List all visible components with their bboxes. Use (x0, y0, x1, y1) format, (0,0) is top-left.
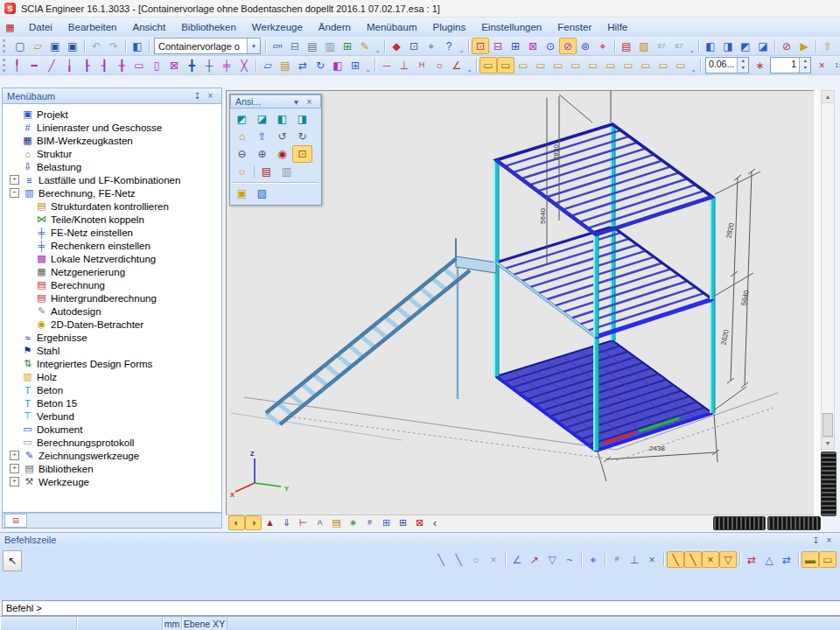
spinner-arrows[interactable]: ▴▾ (737, 58, 748, 73)
show-system-lines-icon[interactable]: ⊞ (507, 38, 524, 54)
show-nodes-icon[interactable]: ⊡ (472, 38, 489, 54)
menu-datei[interactable]: Datei (21, 19, 60, 35)
show-numbering-strip-icon[interactable]: # (361, 515, 378, 530)
sidebar-item-holz[interactable]: ▥Holz (3, 370, 221, 383)
undo-icon[interactable]: ↶ (88, 38, 105, 54)
wire-render-icon[interactable]: ◐ (228, 515, 245, 530)
sidebar-item-werkzeuge[interactable]: +⚒Werkzeuge (3, 475, 221, 488)
grid-off-icon[interactable]: ⊠ (411, 515, 428, 530)
sidebar-item-projekt[interactable]: ▣Projekt (3, 108, 221, 121)
scroll-up-icon[interactable]: ▲ (822, 91, 834, 103)
snap-off-icon[interactable]: × (485, 551, 502, 568)
sidebar-item-beton[interactable]: TBeton (3, 383, 221, 396)
zoom-document-icon[interactable]: ⊡ (405, 38, 423, 54)
close-icon[interactable]: × (303, 97, 316, 107)
view-flag-8-icon[interactable]: ▭ (602, 57, 620, 74)
sidebar-item-hintergrundberechnung[interactable]: ▤Hintergrundberechnung (3, 291, 221, 304)
expand-icon[interactable]: + (10, 175, 19, 185)
menu-hilfe[interactable]: Hilfe (599, 19, 635, 35)
mesh-symbol-icon[interactable]: ∗ (751, 57, 768, 74)
dimension-style-icon[interactable]: ▬ (802, 551, 819, 568)
sidebar-item-2d-daten-betrachter[interactable]: ◉2D-Daten-Betrachter (3, 318, 221, 331)
grid-3d-icon[interactable]: ⊞ (395, 515, 411, 530)
hide-elements-icon[interactable]: ⊘ (778, 38, 795, 54)
light-icon[interactable]: ☼ (232, 163, 252, 180)
cursor-mode-button[interactable]: ↖ (3, 550, 22, 571)
expand-icon[interactable]: + (10, 464, 19, 473)
command-input[interactable]: Befehl > (2, 600, 840, 616)
redo-icon[interactable]: ↷ (105, 38, 122, 54)
chevron-down-icon[interactable]: ▾ (247, 38, 260, 53)
view-flag-5-icon[interactable]: ▭ (550, 57, 567, 74)
cursor-settings-icon[interactable]: ⌖ (584, 551, 602, 568)
add-plate-icon[interactable]: ▭ (130, 57, 148, 74)
add-column-icon[interactable]: ╿ (8, 57, 25, 74)
document-icon[interactable]: ▥ (321, 38, 339, 54)
snap-midpoint-icon[interactable]: ╲ (450, 551, 467, 568)
spinner-arrows[interactable]: ▴▾ (799, 58, 810, 73)
edit-document-icon[interactable]: ✎ (356, 38, 374, 54)
expand-icon[interactable]: + (10, 451, 19, 460)
new-project-icon[interactable]: ▢ (11, 38, 29, 54)
units-icon[interactable]: cm (269, 38, 286, 54)
add-beam-icon[interactable]: ━ (25, 57, 43, 74)
expand-icon[interactable]: + (10, 477, 19, 486)
draw-dimension-icon[interactable]: ⊥ (396, 57, 413, 74)
draw-angle-icon[interactable]: ∠ (448, 57, 466, 74)
collapse-icon[interactable]: − (10, 188, 19, 198)
show-model-data-strip-icon[interactable]: ▤ (328, 515, 345, 530)
menu-bearbeiten[interactable]: Bearbeiten (60, 19, 125, 35)
snap-cross-icon[interactable]: × (702, 551, 719, 568)
disconnect-members-icon[interactable]: ┼ (200, 57, 218, 74)
menu-fenster[interactable]: Fenster (550, 19, 599, 35)
mdi-document-icon[interactable]: ▦ (3, 21, 18, 34)
window-tile-icon[interactable]: ◨ (719, 38, 737, 54)
view-perspective-icon[interactable]: ◨ (292, 110, 312, 128)
zoom-slider-vertical[interactable] (821, 452, 836, 516)
sidebar-item-teile-knoten-koppeln[interactable]: ⋈Teile/Knoten koppeln (3, 213, 221, 226)
rotate-right-icon[interactable]: ↻ (292, 128, 312, 145)
model-folder-icon[interactable]: ▨ (635, 38, 653, 54)
pan-slider-horizontal-2[interactable] (767, 516, 821, 530)
solid-render-icon[interactable]: ◑ (245, 515, 262, 530)
show-loads-strip-icon[interactable]: ⇓ (278, 515, 295, 530)
view-flag-2-icon[interactable]: ▭ (497, 57, 514, 74)
show-loads-icon[interactable]: ⊙ (542, 38, 559, 54)
view-flag-12-icon[interactable]: ▭ (672, 57, 690, 74)
clip-box-off-icon[interactable]: ▥ (276, 163, 297, 180)
show-members-icon[interactable]: ⊟ (489, 38, 507, 54)
pan-slider-horizontal-1[interactable] (713, 516, 766, 530)
add-cross-member-icon[interactable]: ╂ (113, 57, 130, 74)
window-tile-horizontal-icon[interactable]: ◩ (737, 38, 754, 54)
measure-icon[interactable]: ⌖ (423, 38, 440, 54)
sidebar-item-verbund[interactable]: ⊤Verbund (3, 410, 221, 423)
table-style-icon[interactable]: ▭ (819, 551, 836, 568)
snap-tangent-icon[interactable]: ↗ (526, 551, 543, 568)
snap-edge-icon[interactable]: ╲ (684, 551, 702, 568)
toolbar-grip[interactable] (3, 59, 5, 72)
view-flag-7-icon[interactable]: ▭ (584, 57, 602, 74)
render-mode-2-icon[interactable]: 67 (670, 38, 688, 54)
snap-angle-icon[interactable]: ∠ (508, 551, 526, 568)
sidebar-item-autodesign[interactable]: ✎Autodesign (3, 304, 221, 318)
new-document-icon[interactable]: ⊞ (339, 38, 356, 54)
sidebar-item-linienraster-und-geschosse[interactable]: #Linienraster und Geschosse (3, 121, 221, 134)
snap-line-icon[interactable]: ╲ (667, 551, 684, 568)
connect-members-icon[interactable]: ╋ (183, 57, 200, 74)
open-project-icon[interactable]: ▱ (29, 38, 46, 54)
show-local-axes-icon[interactable]: ⊘ (559, 38, 577, 54)
overflow-chevron-icon[interactable]: ⌄ (690, 66, 697, 74)
window-cascade-icon[interactable]: ◧ (702, 38, 719, 54)
sidebar-item-rechenkern-einstellen[interactable]: ╪Rechenkern einstellen (3, 239, 221, 252)
menu-einstellungen[interactable]: Einstellungen (473, 19, 550, 35)
show-mesh-strip-icon[interactable]: ∗ (345, 515, 361, 530)
pin-icon[interactable]: ↧ (809, 536, 822, 545)
sidebar-item-struktur[interactable]: ⌂Struktur (3, 147, 221, 160)
paste-icon[interactable]: ▤ (276, 57, 294, 74)
scroll-left-icon[interactable]: ‹ (433, 517, 437, 529)
multicopy-icon[interactable]: ⊞ (346, 57, 364, 74)
show-supports-icon[interactable]: ⊠ (524, 38, 542, 54)
show-dimensions-strip-icon[interactable]: ⊢ (295, 515, 312, 530)
save-icon[interactable]: ▣ (64, 38, 81, 54)
axonometric-view-icon[interactable]: ⌂ (232, 128, 252, 145)
